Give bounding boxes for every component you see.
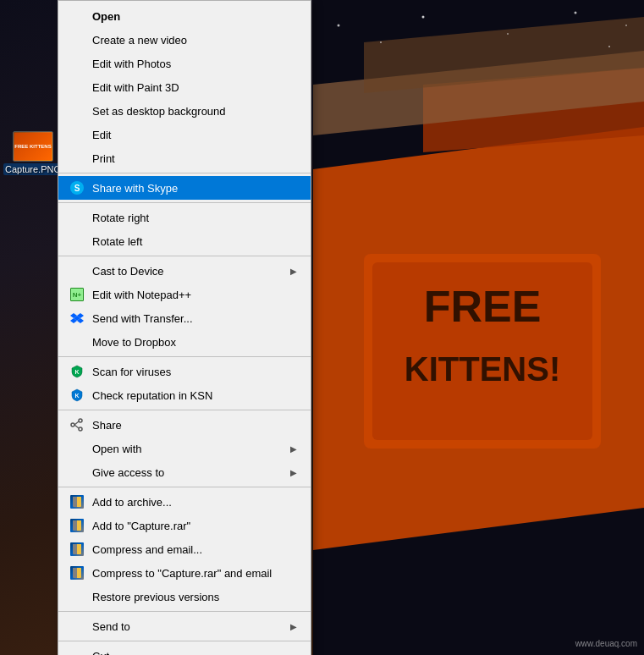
desktop-icon[interactable]: FREE KITTENS Capture.PNG <box>4 131 62 175</box>
menu-item-cast-to-device[interactable]: Cast to Device▶ <box>58 259 311 283</box>
menu-item-label: Open with <box>92 443 290 455</box>
svg-line-26 <box>74 421 79 425</box>
menu-item-share[interactable]: Share <box>58 413 311 437</box>
menu-item-edit-with-notepad[interactable]: N+Edit with Notepad++ <box>58 283 311 306</box>
menu-item-label: Set as desktop background <box>92 105 297 118</box>
menu-item-label: Compress to "Capture.rar" and email <box>92 567 297 580</box>
menu-item-label: Create a new video <box>92 34 297 47</box>
menu-item-open[interactable]: Open <box>58 4 311 28</box>
menu-item-label: Edit with Notepad++ <box>92 289 297 301</box>
empty-icon <box>69 55 85 72</box>
menu-item-label: Print <box>92 152 297 165</box>
submenu-arrow-icon: ▶ <box>290 622 297 631</box>
menu-item-label: Share <box>92 419 297 432</box>
menu-item-give-access-to[interactable]: Give access to▶ <box>58 460 311 484</box>
menu-item-restore-previous[interactable]: Restore previous versions <box>58 585 311 608</box>
menu-item-edit[interactable]: Edit <box>58 123 311 146</box>
menu-item-check-reputation[interactable]: KCheck reputation in KSN <box>58 383 311 407</box>
menu-item-label: Compress and email... <box>92 543 297 556</box>
icon-thumbnail: FREE KITTENS <box>13 131 53 162</box>
menu-item-send-to[interactable]: Send to▶ <box>58 614 311 638</box>
menu-item-label: Check reputation in KSN <box>92 389 297 402</box>
menu-item-share-with-skype[interactable]: SShare with Skype <box>58 176 311 200</box>
empty-icon <box>69 440 85 457</box>
menu-item-label: Send to <box>92 620 290 633</box>
dropbox-icon <box>69 310 85 327</box>
menu-separator <box>58 611 311 612</box>
menu-item-label: Rotate right <box>92 212 297 224</box>
menu-separator <box>58 410 311 410</box>
menu-item-rotate-right[interactable]: Rotate right <box>58 206 311 229</box>
menu-item-edit-with-paint3d[interactable]: Edit with Paint 3D <box>58 75 311 99</box>
menu-item-label: Restore previous versions <box>92 591 297 603</box>
menu-item-scan-for-viruses[interactable]: KScan for viruses <box>58 360 311 383</box>
empty-icon <box>69 79 85 96</box>
menu-item-label: Scan for viruses <box>92 366 297 378</box>
menu-item-print[interactable]: Print <box>58 146 311 170</box>
submenu-arrow-icon: ▶ <box>290 468 297 477</box>
notepad-icon: N+ <box>69 286 85 303</box>
icon-mini-preview: FREE KITTENS <box>14 133 52 160</box>
svg-text:K: K <box>74 393 79 399</box>
submenu-arrow-icon: ▶ <box>290 267 297 276</box>
kaspersky-blue-icon: K <box>69 387 85 404</box>
menu-item-create-new-video[interactable]: Create a new video <box>58 28 311 52</box>
empty-icon <box>69 209 85 226</box>
empty-icon <box>69 150 85 167</box>
menu-separator <box>58 487 311 487</box>
menu-item-send-with-transfer[interactable]: Send with Transfer... <box>58 306 311 330</box>
menu-item-rotate-left[interactable]: Rotate left <box>58 229 311 253</box>
empty-icon <box>69 588 85 605</box>
empty-icon <box>69 102 85 119</box>
menu-item-move-to-dropbox[interactable]: Move to Dropbox <box>58 330 311 354</box>
share-icon <box>69 416 85 433</box>
empty-icon <box>69 8 85 25</box>
menu-item-edit-with-photos[interactable]: Edit with Photos <box>58 52 311 75</box>
menu-item-add-to-archive[interactable]: Add to archive... <box>58 490 311 514</box>
menu-item-label: Open <box>92 10 297 23</box>
menu-item-open-with[interactable]: Open with▶ <box>58 437 311 460</box>
watermark: www.deuaq.com <box>575 639 637 648</box>
svg-point-24 <box>79 427 82 431</box>
menu-item-set-as-desktop[interactable]: Set as desktop background <box>58 99 311 123</box>
kaspersky-green-icon: K <box>69 363 85 380</box>
skype-icon: S <box>69 179 85 196</box>
menu-item-label: Add to archive... <box>92 496 297 509</box>
svg-line-27 <box>74 425 79 428</box>
winrar-icon <box>69 517 85 534</box>
submenu-arrow-icon: ▶ <box>290 444 297 454</box>
menu-item-label: Send with Transfer... <box>92 312 297 325</box>
menu-item-compress-to-capture-email[interactable]: Compress to "Capture.rar" and email <box>58 561 311 585</box>
svg-point-23 <box>79 419 82 422</box>
menu-item-label: Share with Skype <box>92 182 297 195</box>
empty-icon <box>69 647 85 655</box>
context-menu: OpenCreate a new videoEdit with PhotosEd… <box>58 0 311 655</box>
winrar-icon <box>69 541 85 558</box>
menu-item-label: Edit <box>92 129 297 141</box>
menu-separator <box>58 256 311 256</box>
menu-item-add-to-capture-rar[interactable]: Add to "Capture.rar" <box>58 514 311 537</box>
menu-item-cut[interactable]: Cut <box>58 644 311 655</box>
winrar-icon <box>69 493 85 510</box>
winrar-icon <box>69 564 85 581</box>
menu-separator <box>58 356 311 357</box>
menu-separator <box>58 641 311 641</box>
empty-icon <box>69 333 85 350</box>
menu-item-label: Cut <box>92 650 297 656</box>
icon-label: Capture.PNG <box>3 163 63 175</box>
icon-mini-text: FREE KITTENS <box>14 144 51 150</box>
menu-item-label: Edit with Paint 3D <box>92 81 297 94</box>
svg-text:K: K <box>74 369 79 375</box>
menu-item-label: Rotate left <box>92 235 297 248</box>
menu-separator <box>58 173 311 173</box>
empty-icon <box>69 262 85 279</box>
menu-separator <box>58 202 311 203</box>
empty-icon <box>69 31 85 48</box>
menu-item-label: Add to "Capture.rar" <box>92 520 297 532</box>
empty-icon <box>69 126 85 143</box>
menu-item-label: Edit with Photos <box>92 58 297 70</box>
menu-item-label: Give access to <box>92 466 290 479</box>
menu-item-label: Cast to Device <box>92 265 290 278</box>
empty-icon <box>69 233 85 250</box>
menu-item-compress-and-email[interactable]: Compress and email... <box>58 537 311 561</box>
